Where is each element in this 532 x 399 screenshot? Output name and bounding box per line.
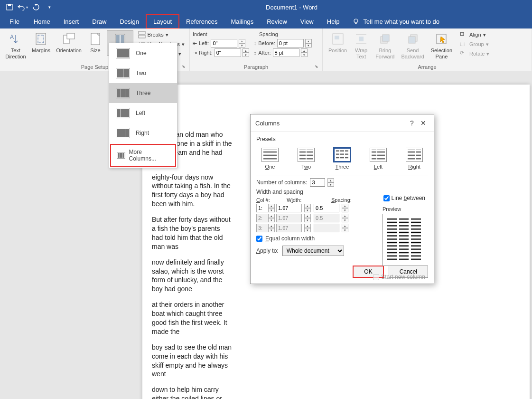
size-button[interactable]: Size (85, 30, 106, 55)
send-backward-button[interactable]: Send Backward (398, 30, 427, 61)
tell-me[interactable]: Tell me what you want to do (352, 18, 439, 25)
tab-file[interactable]: File (2, 15, 27, 28)
breaks-icon (138, 31, 146, 38)
qat-customize-icon[interactable]: ▾ (44, 1, 55, 13)
wrap-text-button[interactable]: Wrap Text (351, 30, 372, 61)
columns-dialog: Columns ? ✕ Presets OOnene Two Three Lef… (250, 114, 434, 284)
col-num-input[interactable] (256, 204, 269, 212)
svg-rect-13 (139, 31, 145, 34)
svg-rect-6 (38, 35, 44, 43)
indent-left-input[interactable] (211, 39, 237, 48)
svg-rect-8 (67, 33, 75, 39)
indent-right-input[interactable] (215, 48, 241, 57)
svg-rect-22 (335, 36, 339, 39)
redo-icon[interactable] (30, 1, 42, 13)
position-icon (330, 31, 345, 47)
col-num-input (256, 214, 269, 222)
spacing-after-icon: ↕ (254, 50, 257, 56)
num-cols-input[interactable] (310, 178, 325, 187)
columns-left[interactable]: Left (109, 103, 177, 123)
indent-label: Indent (193, 31, 250, 37)
window-title: Document1 - Word (55, 4, 528, 11)
dialog-close-button[interactable]: ✕ (418, 117, 429, 129)
orientation-icon (61, 31, 76, 47)
size-icon (88, 31, 103, 47)
tab-insert[interactable]: Insert (57, 15, 86, 28)
preview-label: Preview (383, 206, 425, 212)
preset-right[interactable]: Right (404, 146, 424, 171)
width-spacing-label: Width and spacing (256, 189, 428, 195)
tab-mailings[interactable]: Mailings (224, 15, 261, 28)
columns-right[interactable]: Right (109, 123, 177, 143)
send-backward-icon (405, 31, 420, 47)
tab-design[interactable]: Design (113, 15, 146, 28)
wrap-text-icon (354, 31, 369, 47)
svg-text:A: A (10, 34, 14, 40)
spacing-after-input[interactable] (273, 48, 299, 57)
line-between-checkbox[interactable] (383, 195, 390, 201)
col-width-input[interactable] (276, 204, 302, 212)
group-button[interactable]: ⬚Group ▾ (458, 40, 491, 48)
text-direction-button[interactable]: A Text Direction (3, 30, 28, 61)
columns-two[interactable]: Two (109, 63, 177, 83)
equal-width-label: Equal column width (265, 235, 315, 242)
preset-two[interactable]: Two (296, 146, 316, 171)
svg-rect-23 (359, 37, 364, 41)
spacing-before-input[interactable] (277, 39, 304, 48)
quick-access-toolbar: ▾ ▾ (4, 1, 55, 13)
line-between-label: Line between (392, 195, 425, 201)
tab-home[interactable]: Home (27, 15, 57, 28)
align-button[interactable]: ⊞Align ▾ (458, 30, 491, 39)
menu-bar: File Home Insert Draw Design Layout Refe… (0, 14, 532, 28)
col-header: Col #: (256, 197, 275, 203)
preset-left[interactable]: Left (368, 146, 388, 171)
tab-layout[interactable]: Layout (146, 14, 179, 29)
bulb-icon (352, 18, 360, 25)
tell-me-label: Tell me what you want to do (364, 18, 439, 25)
preset-one[interactable]: OOnene (260, 146, 280, 171)
page-setup-launcher[interactable]: ⬊ (181, 64, 187, 70)
spacing-header: Spacing: (331, 197, 352, 203)
presets-label: Presets (256, 136, 428, 142)
tab-references[interactable]: References (179, 15, 224, 28)
tab-help[interactable]: Help (320, 15, 346, 28)
paragraph-launcher[interactable]: ⬊ (314, 64, 319, 70)
tab-draw[interactable]: Draw (85, 15, 113, 28)
bring-forward-button[interactable]: Bring Forward (373, 30, 397, 61)
preset-three[interactable]: Three (332, 146, 352, 171)
position-button[interactable]: Position (326, 30, 350, 55)
margins-icon (33, 31, 48, 47)
breaks-button[interactable]: Breaks ▾ (136, 30, 187, 39)
spacing-before-icon: ↕ (254, 40, 257, 46)
columns-dropdown: One Two Three Left Right More Columns... (109, 43, 177, 168)
page-setup-label: Page Setup (81, 64, 109, 70)
col-width-input (276, 224, 302, 232)
more-columns[interactable]: More Columns... (110, 144, 176, 167)
svg-rect-29 (409, 37, 415, 43)
save-icon[interactable] (4, 1, 15, 13)
equal-width-checkbox[interactable] (256, 236, 262, 242)
tab-review[interactable]: Review (260, 15, 294, 28)
dialog-help-button[interactable]: ? (406, 117, 418, 129)
tab-view[interactable]: View (294, 15, 320, 28)
svg-point-2 (354, 19, 358, 23)
col-spacing-input (314, 224, 339, 232)
indent-left-icon: ⇤ (193, 40, 197, 47)
rotate-button[interactable]: ⟳Rotate ▾ (458, 49, 491, 58)
preview-page (383, 214, 425, 266)
undo-icon[interactable]: ▾ (17, 1, 28, 13)
apply-to-select[interactable]: Whole document (282, 246, 344, 256)
col-width-input (276, 214, 302, 222)
col-spacing-input[interactable] (314, 204, 339, 212)
start-new-label: Start new column (381, 274, 425, 280)
columns-one[interactable]: One (109, 43, 177, 63)
spacing-label: Spacing (259, 31, 278, 37)
svg-rect-27 (383, 35, 389, 41)
col-spacing-input (314, 214, 339, 222)
columns-three[interactable]: Three (109, 83, 177, 103)
orientation-button[interactable]: Orientation (54, 30, 84, 55)
align-icon: ⊞ (460, 31, 467, 38)
dialog-title: Columns (255, 120, 406, 127)
selection-pane-button[interactable]: Selection Pane (428, 30, 455, 61)
margins-button[interactable]: Margins (29, 30, 53, 55)
